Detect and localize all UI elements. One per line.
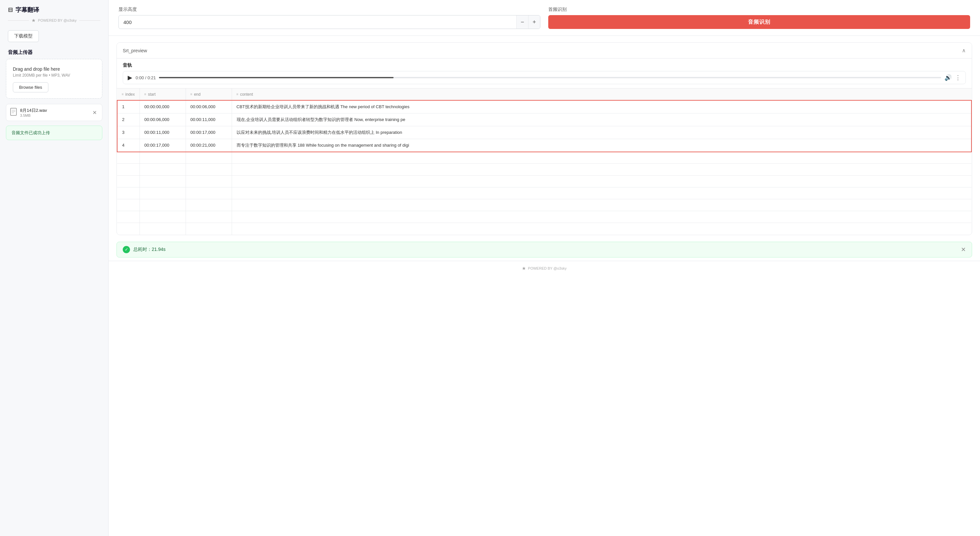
cell-end-3: 00:00:17,000 bbox=[186, 126, 232, 139]
play-button[interactable]: ▶ bbox=[128, 74, 132, 81]
display-height-label: 显示高度 bbox=[118, 6, 540, 13]
audio-time: 0:00 / 0:21 bbox=[135, 75, 156, 80]
col-header-index[interactable]: ≡index bbox=[117, 89, 140, 100]
srt-preview-header[interactable]: Srt_preview ∧ bbox=[117, 43, 972, 59]
footer-icon bbox=[522, 266, 526, 270]
total-time-bar: ✓ 总耗时：21.94s ✕ bbox=[116, 242, 972, 257]
subtitle-icon: ⊟ bbox=[8, 6, 13, 13]
sidebar: ⊟ 字幕翻译 POWERED BY @o3sky 下载模型 音频上传器 Drag… bbox=[0, 0, 108, 536]
table-empty-row bbox=[117, 176, 972, 187]
cell-start-2: 00:00:06,000 bbox=[140, 113, 186, 126]
sidebar-title: 字幕翻译 bbox=[16, 6, 39, 14]
volume-icon[interactable]: 🔊 bbox=[945, 74, 952, 81]
srt-table-wrapper: ≡index ≡start ≡end ≡content bbox=[117, 88, 972, 235]
file-name: 8月14日2.wav bbox=[20, 108, 88, 113]
table-row: 4 00:00:17,000 00:00:21,000 而专注于数字知识的管理和… bbox=[117, 139, 972, 152]
display-height-section: 显示高度 − + bbox=[118, 6, 540, 29]
audio-recognition-section: 首频识别 音频识别 bbox=[548, 6, 970, 29]
file-icon bbox=[10, 108, 17, 117]
cell-end-2: 00:00:11,000 bbox=[186, 113, 232, 126]
cell-end-1: 00:00:06,000 bbox=[186, 100, 232, 113]
cell-content-3: 以应对未来的挑战,培训人员不应该浪费时间和精力在低水平的活动组织上 In pre… bbox=[232, 126, 972, 139]
sidebar-powered-by: POWERED BY @o3sky bbox=[0, 18, 108, 27]
cell-end-4: 00:00:21,000 bbox=[186, 139, 232, 152]
table-empty-row bbox=[117, 152, 972, 164]
table-empty-row bbox=[117, 223, 972, 235]
cell-index-4: 4 bbox=[117, 139, 140, 152]
total-time-info: ✓ 总耗时：21.94s bbox=[123, 246, 165, 253]
col-header-content[interactable]: ≡content bbox=[232, 89, 972, 100]
srt-collapse-chevron-icon: ∧ bbox=[962, 48, 966, 54]
main-footer: POWERED BY @o3sky bbox=[108, 261, 980, 276]
cell-start-4: 00:00:17,000 bbox=[140, 139, 186, 152]
upload-drag-text: Drag and drop file here bbox=[13, 67, 95, 72]
top-controls: 显示高度 − + 首频识别 音频识别 bbox=[108, 0, 980, 36]
srt-preview-section: Srt_preview ∧ 音轨 ▶ 0:00 / 0:21 🔊 ⋮ bbox=[116, 43, 972, 235]
height-decrement-button[interactable]: − bbox=[516, 16, 528, 29]
srt-preview-title: Srt_preview bbox=[123, 48, 147, 53]
cell-index-2: 2 bbox=[117, 113, 140, 126]
file-size: 3.5MB bbox=[20, 113, 88, 117]
table-empty-row bbox=[117, 199, 972, 211]
cell-start-1: 00:00:00,000 bbox=[140, 100, 186, 113]
check-circle-icon: ✓ bbox=[123, 246, 130, 253]
audio-progress-fill bbox=[159, 77, 394, 78]
table-row: 1 00:00:00,000 00:00:06,000 CBT技术的新期给企业培… bbox=[117, 100, 972, 113]
uploader-section-title: 音频上传器 bbox=[0, 49, 108, 59]
upload-success-message: 音频文件已成功上传 bbox=[6, 125, 102, 140]
col-header-end[interactable]: ≡end bbox=[186, 89, 232, 100]
table-empty-row bbox=[117, 164, 972, 176]
file-info: 8月14日2.wav 3.5MB bbox=[20, 108, 88, 117]
upload-limit-text: Limit 200MB per file • MP3, WAV bbox=[13, 73, 95, 78]
main-content: 显示高度 − + 首频识别 音频识别 Srt_preview ∧ 音轨 ▶ bbox=[108, 0, 980, 536]
table-empty-row bbox=[117, 211, 972, 223]
cell-content-2: 现在,企业培训人员需要从活动组织者转型为数字知识的管理者 Now, enterp… bbox=[232, 113, 972, 126]
audio-progress-bar[interactable] bbox=[159, 77, 941, 78]
more-options-icon[interactable]: ⋮ bbox=[955, 74, 961, 81]
audio-recognition-button[interactable]: 音频识别 bbox=[548, 15, 970, 29]
height-increment-button[interactable]: + bbox=[528, 16, 540, 29]
col-header-start[interactable]: ≡start bbox=[140, 89, 186, 100]
svg-rect-0 bbox=[11, 108, 16, 116]
cell-start-3: 00:00:11,000 bbox=[140, 126, 186, 139]
sidebar-header: ⊟ 字幕翻译 bbox=[0, 0, 108, 18]
upload-dropzone[interactable]: Drag and drop file here Limit 200MB per … bbox=[6, 59, 102, 99]
uploaded-file-item: 8月14日2.wav 3.5MB ✕ bbox=[6, 104, 102, 121]
audio-recognition-label: 首频识别 bbox=[548, 6, 970, 13]
cell-index-1: 1 bbox=[117, 100, 140, 113]
file-remove-button[interactable]: ✕ bbox=[91, 109, 98, 116]
footer-powered-by: POWERED BY @o3sky bbox=[528, 266, 566, 270]
powered-by-label: POWERED BY @o3sky bbox=[32, 18, 76, 22]
total-time-label: 总耗时：21.94s bbox=[133, 247, 165, 252]
track-label: 音轨 bbox=[117, 59, 972, 71]
display-height-input[interactable] bbox=[119, 19, 516, 25]
download-model-button[interactable]: 下载模型 bbox=[8, 30, 39, 42]
cell-index-3: 3 bbox=[117, 126, 140, 139]
table-header-row: ≡index ≡start ≡end ≡content bbox=[117, 89, 972, 100]
total-time-close-button[interactable]: ✕ bbox=[961, 246, 966, 253]
audio-player: ▶ 0:00 / 0:21 🔊 ⋮ bbox=[123, 71, 966, 84]
cell-content-4: 而专注于数字知识的管理和共享 188 While focusing on the… bbox=[232, 139, 972, 152]
display-height-input-wrap: − + bbox=[118, 15, 540, 29]
cell-content-1: CBT技术的新期给企业培训人员带来了新的挑战和机遇 The new period… bbox=[232, 100, 972, 113]
browse-files-button[interactable]: Browse files bbox=[13, 82, 48, 92]
table-row: 2 00:00:06,000 00:00:11,000 现在,企业培训人员需要从… bbox=[117, 113, 972, 126]
table-empty-row bbox=[117, 187, 972, 199]
srt-table: ≡index ≡start ≡end ≡content bbox=[117, 89, 972, 235]
table-row: 3 00:00:11,000 00:00:17,000 以应对未来的挑战,培训人… bbox=[117, 126, 972, 139]
